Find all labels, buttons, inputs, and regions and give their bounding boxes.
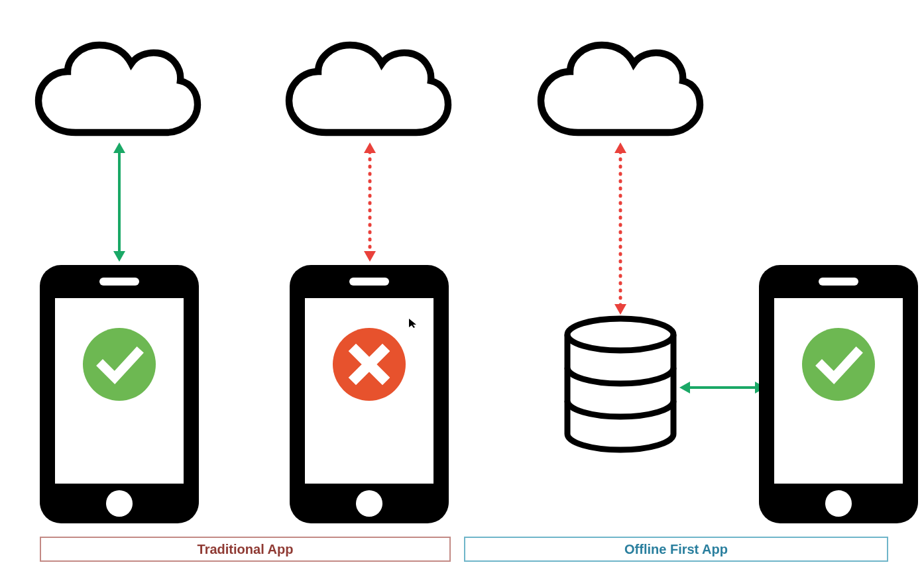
double-arrow-horizontal-solid-icon bbox=[679, 378, 766, 397]
svg-marker-5 bbox=[364, 251, 376, 262]
svg-marker-19 bbox=[409, 319, 416, 328]
double-arrow-vertical-dotted-icon bbox=[360, 142, 380, 262]
svg-marker-8 bbox=[614, 304, 626, 315]
svg-point-12 bbox=[106, 490, 133, 517]
svg-rect-11 bbox=[99, 278, 139, 286]
svg-point-27 bbox=[825, 490, 852, 517]
check-circle-icon bbox=[802, 328, 875, 401]
svg-point-17 bbox=[356, 490, 382, 517]
label-offline-first-app: Offline First App bbox=[464, 537, 888, 562]
cloud-icon bbox=[33, 36, 203, 149]
check-circle-icon bbox=[83, 328, 156, 401]
label-traditional-text: Traditional App bbox=[198, 542, 294, 557]
cloud-icon bbox=[536, 36, 705, 149]
label-traditional-app: Traditional App bbox=[40, 537, 451, 562]
svg-point-28 bbox=[802, 328, 875, 401]
svg-marker-7 bbox=[614, 142, 626, 153]
label-offline-first-text: Offline First App bbox=[624, 542, 728, 557]
svg-point-20 bbox=[567, 319, 673, 350]
svg-marker-22 bbox=[679, 382, 690, 394]
svg-rect-16 bbox=[349, 278, 389, 286]
double-arrow-vertical-dotted-icon bbox=[610, 142, 630, 315]
cloud-icon bbox=[284, 36, 453, 149]
cross-circle-icon bbox=[333, 328, 406, 401]
svg-marker-2 bbox=[113, 251, 125, 262]
svg-marker-1 bbox=[113, 142, 125, 153]
cursor-icon bbox=[409, 319, 417, 328]
svg-point-13 bbox=[83, 328, 156, 401]
svg-rect-26 bbox=[819, 278, 858, 286]
svg-marker-4 bbox=[364, 142, 376, 153]
database-icon bbox=[561, 315, 680, 454]
double-arrow-vertical-solid-icon bbox=[109, 142, 129, 262]
diagram-canvas: Traditional App Offline First App bbox=[0, 0, 924, 579]
